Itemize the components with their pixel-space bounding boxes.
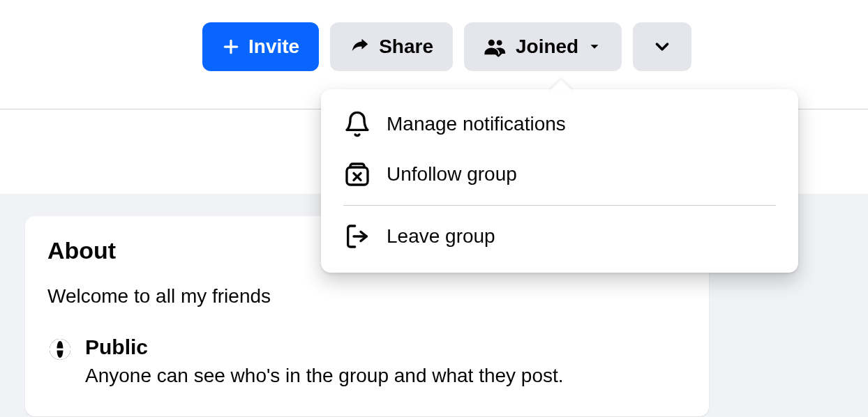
privacy-subtitle: Anyone can see who's in the group and wh…	[85, 363, 564, 388]
joined-dropdown: Manage notifications Unfollow group Leav…	[321, 89, 798, 273]
unfollow-icon	[343, 160, 371, 188]
manage-notifications-label: Manage notifications	[387, 113, 566, 135]
share-icon	[350, 36, 371, 57]
privacy-title: Public	[85, 335, 564, 359]
group-icon	[484, 36, 507, 57]
svg-rect-5	[50, 349, 70, 351]
more-actions-button[interactable]	[633, 22, 691, 71]
svg-point-3	[497, 40, 502, 46]
chevron-down-icon	[652, 36, 673, 57]
dropdown-arrow	[548, 79, 574, 92]
svg-point-2	[488, 40, 495, 46]
unfollow-group-item[interactable]: Unfollow group	[331, 149, 788, 199]
share-button[interactable]: Share	[330, 22, 453, 71]
joined-label: Joined	[516, 36, 578, 58]
bell-icon	[343, 110, 371, 138]
leave-group-item[interactable]: Leave group	[331, 211, 788, 261]
dropdown-separator	[343, 205, 776, 206]
globe-icon	[47, 337, 73, 362]
about-description: Welcome to all my friends	[47, 285, 687, 308]
unfollow-group-label: Unfollow group	[387, 163, 517, 185]
manage-notifications-item[interactable]: Manage notifications	[331, 99, 788, 149]
group-action-toolbar: Invite Share Joined	[202, 22, 691, 71]
privacy-text: Public Anyone can see who's in the group…	[85, 335, 564, 388]
plus-icon	[222, 38, 240, 56]
invite-label: Invite	[248, 36, 299, 58]
joined-button[interactable]: Joined	[464, 22, 622, 71]
invite-button[interactable]: Invite	[202, 22, 319, 71]
share-label: Share	[379, 36, 433, 58]
privacy-row: Public Anyone can see who's in the group…	[47, 335, 687, 388]
leave-icon	[343, 222, 371, 250]
leave-group-label: Leave group	[387, 225, 495, 248]
caret-down-icon	[587, 39, 602, 54]
